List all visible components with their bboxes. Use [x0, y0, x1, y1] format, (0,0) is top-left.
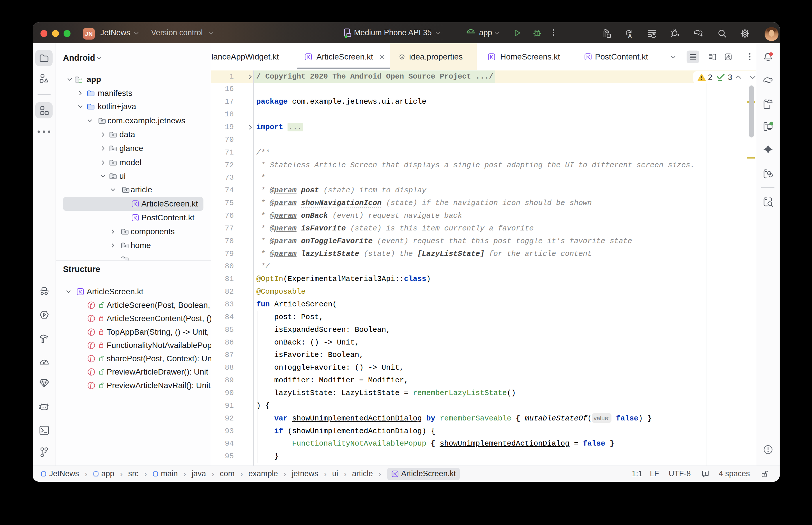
svg-text:f: f: [90, 315, 92, 321]
svg-text:f: f: [90, 302, 92, 308]
svg-text:f: f: [90, 369, 92, 375]
svg-text:f: f: [90, 342, 92, 348]
svg-text:f: f: [90, 329, 92, 335]
svg-text:f: f: [90, 356, 92, 362]
svg-text:f: f: [90, 382, 92, 388]
svg-text:A: A: [628, 33, 632, 39]
